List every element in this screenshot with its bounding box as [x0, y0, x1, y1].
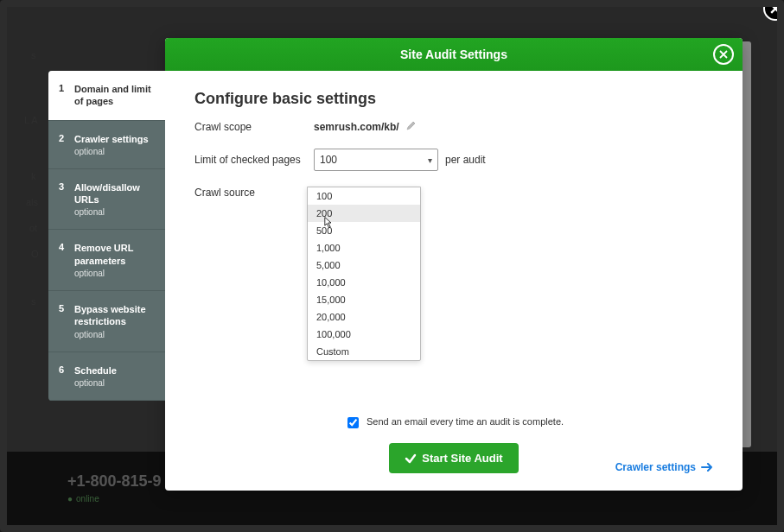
- wizard-sidebar: 1Domain and limit of pages2Crawler setti…: [48, 71, 165, 401]
- step-label: Remove URL parameters: [74, 243, 133, 265]
- optional-label: optional: [74, 147, 149, 156]
- step-label: Schedule: [74, 365, 117, 376]
- wizard-step-3[interactable]: 3Allow/disallow URLsoptional: [48, 169, 165, 231]
- optional-label: optional: [74, 207, 156, 217]
- page-title: Configure basic settings: [194, 90, 713, 108]
- step-number: 5: [59, 303, 66, 314]
- limit-label: Limit of checked pages: [194, 154, 307, 166]
- dropdown-option[interactable]: 500: [308, 222, 420, 239]
- arrow-right-icon: [701, 463, 713, 472]
- dropdown-option[interactable]: Custom: [308, 343, 420, 360]
- step-number: 3: [59, 181, 66, 192]
- dropdown-option[interactable]: 5,000: [308, 256, 420, 274]
- chevron-down-icon: ▾: [428, 155, 432, 165]
- site-audit-settings-modal: 1Domain and limit of pages2Crawler setti…: [165, 38, 743, 491]
- next-link-label: Crawler settings: [615, 461, 696, 473]
- limit-row: Limit of checked pages 100 ▾ per audit: [194, 149, 713, 171]
- dropdown-option[interactable]: 200: [308, 205, 420, 222]
- limit-select[interactable]: 100 ▾: [314, 149, 438, 171]
- wizard-step-6[interactable]: 6Scheduleoptional: [48, 352, 165, 401]
- modal-footer: Send an email every time an audit is com…: [165, 415, 743, 473]
- step-label: Bypass website restrictions: [74, 304, 146, 326]
- close-icon[interactable]: [713, 44, 734, 65]
- optional-label: optional: [74, 330, 156, 339]
- crawl-source-row: Crawl source: [194, 187, 713, 199]
- wizard-step-1[interactable]: 1Domain and limit of pages: [48, 71, 165, 121]
- step-label: Allow/disallow URLs: [74, 182, 140, 205]
- step-label: Domain and limit of pages: [74, 84, 151, 106]
- modal-header: Site Audit Settings: [165, 38, 743, 71]
- step-label: Crawler settings: [74, 134, 149, 144]
- start-button-label: Start Site Audit: [422, 452, 502, 465]
- dropdown-option[interactable]: 100: [308, 187, 420, 205]
- dropdown-option[interactable]: 15,000: [308, 291, 420, 308]
- check-icon: [405, 453, 417, 465]
- wizard-step-4[interactable]: 4Remove URL parametersoptional: [48, 230, 165, 291]
- crawl-scope-label: Crawl scope: [194, 121, 307, 133]
- dropdown-option[interactable]: 1,000: [308, 239, 420, 256]
- step-number: 2: [59, 133, 66, 143]
- limit-selected-value: 100: [320, 154, 337, 166]
- optional-label: optional: [74, 269, 156, 278]
- optional-label: optional: [74, 378, 117, 388]
- wizard-step-2[interactable]: 2Crawler settingsoptional: [48, 121, 165, 169]
- dropdown-option[interactable]: 100,000: [308, 326, 420, 343]
- per-audit-label: per audit: [445, 154, 486, 166]
- modal-body: Configure basic settings Crawl scope sem…: [165, 71, 743, 491]
- modal-title: Site Audit Settings: [400, 48, 507, 61]
- email-checkbox[interactable]: [347, 417, 359, 428]
- crawl-source-label: Crawl source: [194, 187, 307, 199]
- step-number: 1: [59, 83, 66, 93]
- crawl-scope-row: Crawl scope semrush.com/kb/: [194, 120, 713, 133]
- start-site-audit-button[interactable]: Start Site Audit: [389, 443, 518, 473]
- wizard-step-5[interactable]: 5Bypass website restrictionsoptional: [48, 291, 165, 352]
- step-number: 4: [59, 242, 66, 252]
- step-number: 6: [59, 364, 66, 375]
- crawler-settings-link[interactable]: Crawler settings: [615, 461, 713, 473]
- dropdown-option[interactable]: 20,000: [308, 308, 420, 326]
- pencil-icon[interactable]: [406, 120, 417, 133]
- crawl-scope-value: semrush.com/kb/: [314, 121, 399, 133]
- dropdown-option[interactable]: 10,000: [308, 274, 420, 291]
- limit-dropdown[interactable]: 1002005001,0005,00010,00015,00020,000100…: [307, 187, 421, 361]
- email-checkbox-label: Send an email every time an audit is com…: [367, 416, 564, 427]
